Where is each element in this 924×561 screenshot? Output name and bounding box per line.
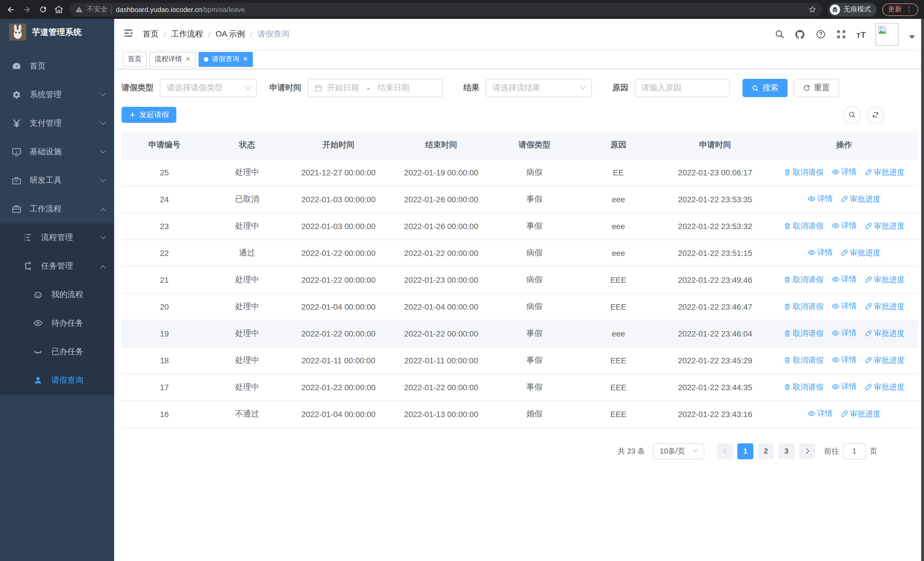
action-detail-link[interactable]: 详情 xyxy=(831,328,856,338)
table-row[interactable]: 25处理中2021-12-27 00:00:002022-01-19 00:00… xyxy=(122,159,918,186)
action-progress-link[interactable]: 审批进度 xyxy=(865,301,904,311)
action-progress-link[interactable]: 审批进度 xyxy=(841,248,880,258)
cell-start: 2022-01-22 00:00:00 xyxy=(287,266,390,293)
table-row[interactable]: 23处理中2022-01-03 00:00:002022-01-26 00:00… xyxy=(122,212,918,239)
close-icon[interactable]: ✕ xyxy=(243,56,248,63)
goto-page-input[interactable]: 1 xyxy=(843,443,866,459)
edit-icon xyxy=(841,196,848,203)
reason-input[interactable]: 请输入原因 xyxy=(634,79,730,97)
search-button[interactable]: 搜索 xyxy=(742,79,788,97)
fullscreen-icon[interactable] xyxy=(836,29,847,40)
sidebar-item-process-mgmt[interactable]: 流程管理 xyxy=(0,223,114,252)
url-bar[interactable]: 不安全 dashboard.yudao.iocoder.cn/bpm/oa/le… xyxy=(70,3,822,16)
action-detail-link[interactable]: 详情 xyxy=(831,274,856,284)
page-button-1[interactable]: 1 xyxy=(737,443,753,459)
briefcase-icon xyxy=(11,204,22,214)
next-page-button[interactable] xyxy=(799,443,815,459)
action-progress-link[interactable]: 审批进度 xyxy=(865,382,904,392)
action-progress-link[interactable]: 审批进度 xyxy=(865,275,904,285)
tag-home[interactable]: 首页 xyxy=(123,52,147,66)
page-size-select[interactable]: 10条/页 xyxy=(653,443,704,459)
cell-type: 事假 xyxy=(492,347,576,374)
breadcrumb-workflow[interactable]: 工作流程 xyxy=(171,29,203,39)
action-cancel-link[interactable]: 取消请假 xyxy=(784,355,824,365)
table-row[interactable]: 24已取消2022-01-03 00:00:002022-01-26 00:00… xyxy=(122,186,918,212)
action-detail-link[interactable]: 详情 xyxy=(831,167,856,177)
action-detail-link[interactable]: 详情 xyxy=(831,355,856,365)
page-button-3[interactable]: 3 xyxy=(778,443,795,459)
cell-end: 2022-01-11 00:00:00 xyxy=(390,347,492,374)
sidebar-item-home[interactable]: 首页 xyxy=(0,52,114,81)
action-progress-link[interactable]: 审批进度 xyxy=(841,194,880,204)
github-icon[interactable] xyxy=(795,29,806,40)
avatar[interactable] xyxy=(876,23,898,46)
sidebar-item-workflow[interactable]: 工作流程 xyxy=(0,195,114,223)
sidebar-item-done-tasks[interactable]: 已办任务 xyxy=(0,338,114,366)
cell-apply_time: 2022-01-22 23:44:35 xyxy=(660,374,770,400)
action-cancel-link[interactable]: 取消请假 xyxy=(784,167,824,177)
action-progress-link[interactable]: 审批进度 xyxy=(865,355,904,365)
table-row[interactable]: 16不通过2022-01-04 00:00:002022-01-13 00:00… xyxy=(122,400,918,427)
avatar-caret-icon[interactable] xyxy=(909,35,915,39)
sidebar-item-todo-tasks[interactable]: 待办任务 xyxy=(0,309,114,338)
help-icon[interactable] xyxy=(815,29,826,40)
leave-type-select[interactable]: 请选择请假类型 xyxy=(160,79,257,97)
home-icon[interactable] xyxy=(54,5,64,14)
table-row[interactable]: 18处理中2022-01-11 00:00:002022-01-11 00:00… xyxy=(122,347,918,374)
action-detail-link[interactable]: 详情 xyxy=(831,221,856,231)
sidebar-item-my-process[interactable]: 我的流程 xyxy=(0,281,114,309)
action-detail-link[interactable]: 详情 xyxy=(808,409,832,419)
action-detail-link[interactable]: 详情 xyxy=(831,301,856,311)
tag-process-detail[interactable]: 流程详情✕ xyxy=(150,52,196,66)
action-detail-link[interactable]: 详情 xyxy=(808,247,832,258)
cell-status: 处理中 xyxy=(207,159,287,186)
font-size-icon[interactable]: тT xyxy=(856,29,866,39)
forward-icon[interactable] xyxy=(22,5,32,14)
sidebar-collapse-icon[interactable] xyxy=(123,28,134,41)
breadcrumb-home[interactable]: 首页 xyxy=(142,29,159,39)
search-icon[interactable] xyxy=(774,29,785,40)
apply-time-range-picker[interactable]: 开始日期 - 结束日期 xyxy=(308,79,443,97)
sidebar-item-task-mgmt[interactable]: 任务管理 xyxy=(0,252,114,281)
action-progress-link[interactable]: 审批进度 xyxy=(865,328,904,338)
toggle-search-button[interactable] xyxy=(843,106,861,123)
action-progress-link[interactable]: 审批进度 xyxy=(865,221,904,231)
close-icon[interactable]: ✕ xyxy=(186,56,190,63)
back-icon[interactable] xyxy=(6,5,16,14)
action-progress-link[interactable]: 审批进度 xyxy=(865,167,904,177)
edit-icon xyxy=(865,276,872,283)
action-detail-link[interactable]: 详情 xyxy=(831,382,856,392)
result-select[interactable]: 请选择流结果 xyxy=(486,79,592,97)
prev-page-button[interactable] xyxy=(717,443,733,459)
action-cancel-link[interactable]: 取消请假 xyxy=(784,301,824,311)
create-leave-button[interactable]: 发起请假 xyxy=(122,107,176,123)
refresh-table-button[interactable] xyxy=(867,106,884,123)
action-cancel-link[interactable]: 取消请假 xyxy=(784,382,824,392)
cell-type: 事假 xyxy=(492,320,576,347)
table-row[interactable]: 22通过2022-01-22 00:00:002022-01-22 00:00:… xyxy=(122,239,918,266)
sidebar-item-leave-query[interactable]: 请假查询 xyxy=(0,366,114,395)
app-logo-row[interactable]: 芋道管理系统 xyxy=(0,19,114,45)
sidebar-item-payment[interactable]: 支付管理 xyxy=(0,109,114,138)
table-row[interactable]: 17处理中2022-01-22 00:00:002022-01-22 00:00… xyxy=(122,374,918,400)
update-button[interactable]: 更新 ⋮ xyxy=(882,3,918,16)
breadcrumb-oa[interactable]: OA 示例 xyxy=(216,29,245,39)
action-cancel-link[interactable]: 取消请假 xyxy=(784,275,824,285)
table-row[interactable]: 20处理中2022-01-04 00:00:002022-01-04 00:00… xyxy=(122,293,918,320)
sidebar-item-infra[interactable]: 基础设施 xyxy=(0,138,114,166)
action-cancel-link[interactable]: 取消请假 xyxy=(784,221,824,231)
action-detail-link[interactable]: 详情 xyxy=(808,194,832,204)
reset-button[interactable]: 重置 xyxy=(794,79,839,97)
tag-leave-query[interactable]: 请假查询✕ xyxy=(199,52,253,66)
action-cancel-link[interactable]: 取消请假 xyxy=(784,328,824,338)
bookmark-star-icon[interactable] xyxy=(808,5,817,14)
sidebar-item-system[interactable]: 系统管理 xyxy=(0,81,114,109)
reload-icon[interactable] xyxy=(38,5,48,14)
table-row[interactable]: 21处理中2022-01-22 00:00:002022-01-23 00:00… xyxy=(122,266,918,293)
page-button-2[interactable]: 2 xyxy=(758,443,774,459)
plus-icon xyxy=(129,111,136,118)
menu-kebab-icon[interactable]: ⋮ xyxy=(906,5,913,14)
table-row[interactable]: 19处理中2022-01-22 00:00:002022-01-22 00:00… xyxy=(122,320,918,347)
action-progress-link[interactable]: 审批进度 xyxy=(841,409,880,419)
sidebar-item-devtools[interactable]: 研发工具 xyxy=(0,166,114,195)
